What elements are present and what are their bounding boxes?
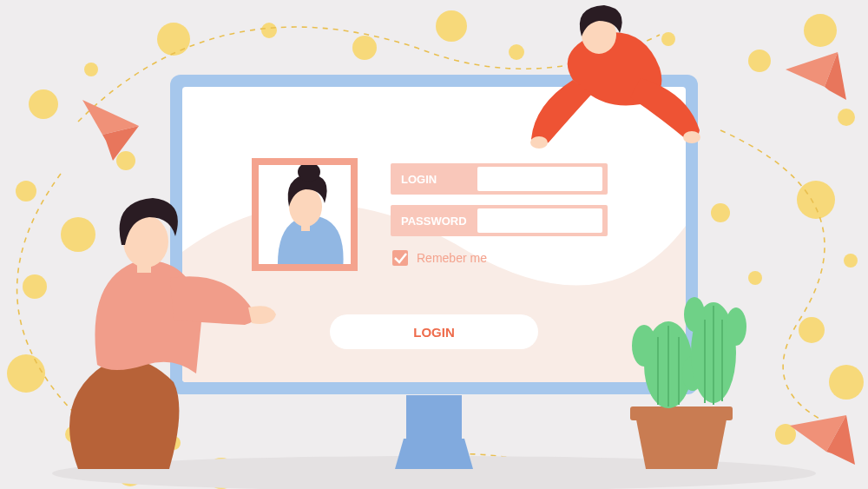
svg-point-6 [61,217,95,252]
password-label: PASSWORD [401,215,467,228]
svg-rect-45 [630,406,733,420]
svg-point-29 [711,203,730,222]
svg-point-20 [661,32,675,46]
svg-point-47 [632,325,656,367]
svg-point-55 [683,131,700,143]
svg-point-30 [748,271,762,285]
svg-point-50 [726,307,746,346]
svg-point-25 [844,254,858,268]
svg-point-7 [23,274,47,299]
login-input[interactable] [477,167,602,191]
svg-point-4 [84,63,98,76]
svg-point-14 [116,151,135,170]
svg-rect-39 [301,221,310,231]
login-label: LOGIN [401,173,437,186]
svg-point-21 [748,50,771,72]
svg-point-18 [436,10,467,42]
svg-point-51 [684,297,705,332]
svg-point-40 [298,162,320,182]
svg-point-23 [838,109,855,126]
svg-point-19 [509,44,524,60]
svg-point-22 [804,14,837,47]
svg-point-15 [157,23,190,56]
svg-point-17 [352,36,377,60]
svg-point-16 [261,23,277,38]
svg-point-5 [16,181,36,202]
remember-me-label: Remeber me [417,251,487,265]
svg-rect-53 [137,259,151,273]
svg-point-27 [829,365,864,400]
avatar-frame [252,158,358,271]
login-button-label: LOGIN [413,325,455,340]
svg-point-54 [530,136,548,149]
svg-point-8 [7,354,45,393]
login-field-row: LOGIN [391,163,608,195]
svg-rect-33 [406,395,462,446]
svg-rect-43 [392,250,408,266]
svg-point-26 [799,317,825,343]
svg-point-24 [797,181,835,219]
remember-me-checkbox[interactable] [392,250,408,266]
login-button[interactable]: LOGIN [330,314,538,349]
password-input[interactable] [477,208,602,233]
svg-point-3 [29,89,58,119]
password-field-row: PASSWORD [391,205,608,236]
